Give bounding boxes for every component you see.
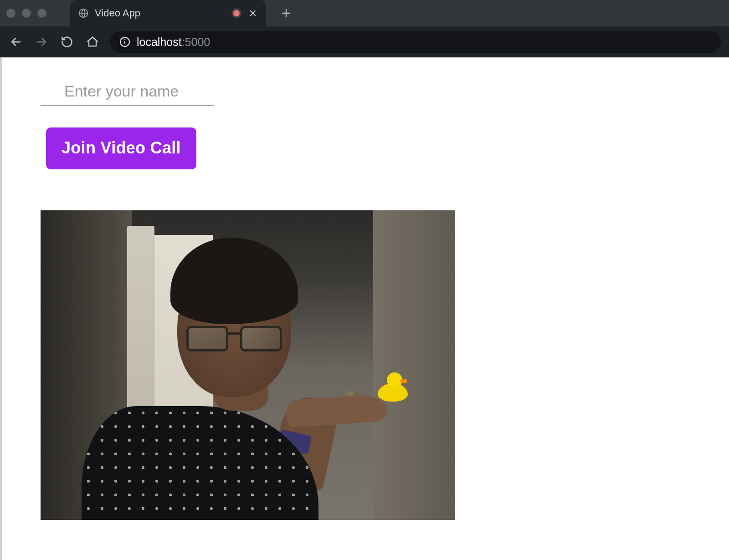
home-button[interactable]	[85, 34, 100, 50]
close-tab-button[interactable]	[248, 8, 258, 18]
reload-button[interactable]	[59, 34, 75, 50]
url-port: :5000	[182, 36, 210, 48]
svg-point-3	[124, 39, 125, 40]
rubber-duck-icon	[378, 374, 408, 402]
forward-button[interactable]	[34, 34, 49, 50]
browser-chrome: Video App	[0, 0, 729, 57]
name-input[interactable]	[41, 80, 214, 106]
tab-bar: Video App	[0, 0, 729, 26]
address-bar[interactable]: localhost:5000	[110, 31, 721, 53]
window-controls	[6, 9, 46, 18]
join-row: Join Video Call	[46, 127, 702, 169]
window-minimize-dot[interactable]	[22, 9, 31, 18]
page-viewport: Join Video Call	[0, 57, 729, 560]
site-info-icon[interactable]	[119, 36, 130, 47]
toolbar: localhost:5000	[0, 26, 729, 57]
window-zoom-dot[interactable]	[37, 9, 46, 18]
name-row	[41, 80, 702, 106]
window-close-dot[interactable]	[6, 9, 15, 18]
back-button[interactable]	[8, 34, 24, 50]
join-video-call-button[interactable]: Join Video Call	[46, 127, 196, 169]
new-tab-button[interactable]	[279, 6, 293, 20]
globe-icon	[78, 8, 88, 18]
local-video-preview	[41, 210, 455, 520]
url-text: localhost:5000	[137, 36, 210, 49]
tab-active[interactable]: Video App	[70, 0, 266, 26]
url-host: localhost	[137, 36, 182, 48]
tab-title: Video App	[95, 7, 225, 19]
recording-indicator-icon	[231, 8, 241, 18]
